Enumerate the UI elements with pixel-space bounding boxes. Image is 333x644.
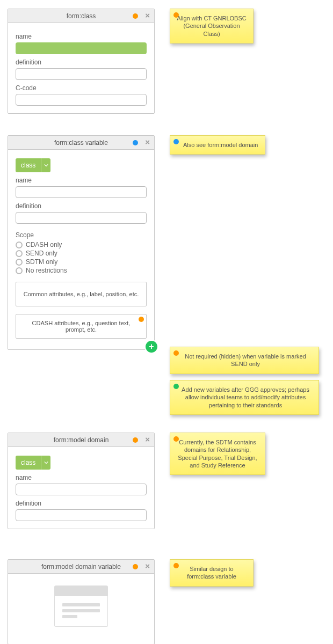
sticky-text: Similar design to form:class variable — [187, 566, 236, 580]
close-icon[interactable]: × — [145, 138, 150, 146]
panel-form-class: form:class × name definition C-code — [8, 9, 155, 114]
sticky-note-add-variables: Add new variables after GGG approves; pe… — [170, 380, 319, 415]
sticky-note-not-required: Not required (hidden) when variable is m… — [170, 347, 319, 374]
radio-label: No restrictions — [26, 267, 67, 274]
note-dot-icon — [173, 563, 179, 568]
name-input[interactable] — [16, 42, 147, 54]
definition-input[interactable] — [16, 68, 147, 80]
sticky-note-align-ct: Align with CT GNRLOBSC (General Observat… — [170, 9, 254, 43]
name-input[interactable] — [16, 186, 147, 198]
panel-header: form:class variable × — [8, 136, 154, 150]
label-scope: Scope — [16, 231, 147, 239]
panel-body: class name definition — [8, 447, 154, 529]
cdash-attributes-box[interactable]: CDASH attributes, e.g., question text, p… — [16, 314, 147, 339]
note-dot-icon — [173, 350, 179, 356]
radio-icon — [16, 241, 23, 248]
definition-input[interactable] — [16, 509, 147, 521]
common-attributes-box[interactable]: Common attributes, e.g., label, position… — [16, 282, 147, 306]
panel-form-class-variable: form:class variable × class name definit… — [8, 135, 155, 350]
radio-label: SEND only — [26, 250, 57, 257]
scope-option-sdtm[interactable]: SDTM only — [16, 258, 147, 266]
radio-icon — [16, 267, 23, 274]
status-dot-icon — [139, 317, 144, 322]
select-label: class — [16, 162, 41, 169]
sticky-text: Align with CT GNRLOBSC (General Observat… — [177, 15, 246, 37]
sticky-note-similar-design: Similar design to form:class variable — [170, 559, 254, 587]
panel-header: form:class × — [8, 9, 154, 23]
panel-body: name definition C-code — [8, 23, 154, 113]
close-icon[interactable]: × — [145, 435, 150, 443]
scope-option-send[interactable]: SEND only — [16, 250, 147, 257]
status-dot-icon — [133, 13, 138, 19]
status-dot-icon — [133, 140, 138, 145]
scope-option-cdash[interactable]: CDASH only — [16, 241, 147, 248]
sticky-text: Add new variables after GGG approves; pe… — [182, 386, 309, 408]
chevron-down-icon — [41, 158, 50, 172]
ccode-input[interactable] — [16, 94, 147, 106]
status-dot-icon — [133, 564, 138, 569]
sticky-note-see-model-domain: Also see form:model domain — [170, 135, 265, 155]
add-button[interactable]: + — [146, 341, 157, 353]
class-select[interactable]: class — [16, 456, 50, 470]
sticky-text: Also see form:model domain — [183, 142, 258, 148]
sticky-text: Currently, the SDTM contains domains for… — [178, 439, 257, 469]
radio-label: CDASH only — [26, 241, 62, 248]
panel-header: form:model domain variable × — [8, 560, 154, 574]
label-definition: definition — [16, 202, 147, 210]
scope-option-none[interactable]: No restrictions — [16, 267, 147, 274]
chevron-down-icon — [41, 456, 50, 470]
radio-icon — [16, 259, 23, 266]
label-name: name — [16, 177, 147, 184]
plus-icon: + — [149, 342, 154, 352]
box-text: CDASH attributes, e.g., question text, p… — [21, 320, 141, 333]
class-select[interactable]: class — [16, 158, 50, 172]
close-icon[interactable]: × — [145, 11, 150, 19]
sticky-note-sdtm-domains: Currently, the SDTM contains domains for… — [170, 433, 265, 475]
panel-header: form:model domain × — [8, 433, 154, 447]
note-dot-icon — [173, 139, 179, 144]
note-dot-icon — [173, 436, 179, 442]
label-name: name — [16, 474, 147, 481]
label-definition: definition — [16, 500, 147, 507]
panel-form-model-domain-variable: form:model domain variable × — [8, 559, 155, 644]
note-dot-icon — [173, 12, 179, 18]
sticky-text: Not required (hidden) when variable is m… — [185, 353, 306, 367]
radio-icon — [16, 250, 23, 257]
box-text: Common attributes, e.g., label, position… — [24, 291, 139, 297]
name-input[interactable] — [16, 484, 147, 495]
note-dot-icon — [173, 384, 179, 389]
close-icon[interactable]: × — [145, 562, 150, 570]
form-placeholder-icon — [54, 586, 108, 627]
panel-form-model-domain: form:model domain × class name definitio… — [8, 433, 155, 529]
label-ccode: C-code — [16, 84, 147, 92]
select-label: class — [16, 459, 41, 466]
panel-body — [8, 574, 154, 644]
panel-body: class name definition Scope CDASH only S… — [8, 150, 154, 349]
label-definition: definition — [16, 58, 147, 66]
status-dot-icon — [133, 437, 138, 443]
radio-label: SDTM only — [26, 258, 57, 266]
label-name: name — [16, 33, 147, 40]
definition-input[interactable] — [16, 212, 147, 224]
